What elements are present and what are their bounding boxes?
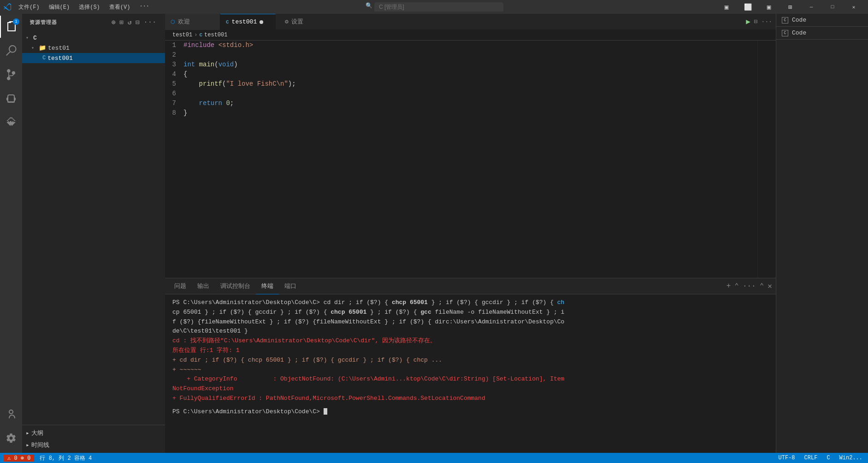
- tab-settings[interactable]: ⚙ 设置: [279, 18, 309, 26]
- code-icon-2: C: [782, 30, 788, 36]
- collapse-all-icon[interactable]: ⊟: [135, 18, 141, 27]
- panel-tab-ports-label: 端口: [284, 282, 296, 290]
- code-content[interactable]: #include <stdio.h> int main(void) { prin…: [183, 41, 757, 278]
- status-eol[interactable]: CRLF: [803, 455, 820, 461]
- code-icon-1: C: [782, 17, 788, 23]
- status-errors[interactable]: ⚠ 0 ⊗ 0: [4, 455, 34, 462]
- activity-item-extensions[interactable]: [0, 111, 22, 134]
- status-encoding[interactable]: UTF-8: [777, 455, 797, 461]
- timeline-label: 时间线: [31, 441, 49, 449]
- tab-test001[interactable]: C test001: [220, 14, 276, 30]
- terminal-error-pos: 所在位置 行:1 字符: 1: [172, 346, 768, 356]
- run-button[interactable]: ▶: [746, 17, 750, 26]
- terminal-content[interactable]: PS C:\Users\Administrator\Desktop\Code\C…: [165, 294, 776, 453]
- sidebar: 资源管理器 ⊕ ⊞ ↺ ⊟ ··· ▾ C ▾ 📁: [22, 14, 165, 453]
- menu-file[interactable]: 文件(F): [15, 2, 43, 12]
- terminal-split-icon[interactable]: ⌃: [734, 281, 739, 291]
- menu-selection[interactable]: 选择(S): [75, 2, 104, 12]
- panel-tab-ports[interactable]: 端口: [279, 278, 302, 294]
- panel-collapse-icon[interactable]: ⌃: [760, 281, 764, 291]
- code-line-5: printf("I love FishC\n");: [183, 79, 757, 89]
- minimize-button[interactable]: —: [801, 0, 822, 14]
- layout-editor-toggle[interactable]: ▣: [758, 0, 779, 14]
- tree-folder-test01[interactable]: ▾ 📁 test01: [22, 43, 165, 53]
- code-line-2: [183, 50, 757, 60]
- activity-bar-bottom: [0, 403, 22, 453]
- layout-sidebar-toggle[interactable]: ▣: [716, 0, 737, 14]
- outline-section[interactable]: ▸ 大纲: [22, 427, 165, 439]
- status-position[interactable]: 行 8, 列 2 容格 4: [38, 454, 94, 462]
- timeline-arrow: ▸: [26, 441, 30, 449]
- more-actions-tab-icon[interactable]: ···: [762, 18, 772, 25]
- tree-file-test001[interactable]: C test001: [22, 53, 165, 63]
- layout-customize[interactable]: ⊞: [779, 0, 801, 14]
- panel-tab-debug-label: 调试控制台: [220, 282, 250, 290]
- editor-area: ⬡ 欢迎 C test001 ⚙ 设置 ▶ ⊟ ···: [165, 14, 776, 453]
- panel-tab-terminal[interactable]: 终端: [256, 278, 279, 294]
- layout-panel-toggle[interactable]: ⬜: [737, 0, 758, 14]
- activity-item-explorer[interactable]: 1: [0, 16, 22, 38]
- breadcrumb-file[interactable]: test001: [204, 32, 227, 38]
- outline-label: 大纲: [31, 429, 43, 437]
- split-editor-icon[interactable]: ⊟: [754, 18, 758, 25]
- activity-item-debug[interactable]: [0, 88, 22, 110]
- c-tab-icon: C: [226, 19, 229, 25]
- new-terminal-icon[interactable]: +: [726, 282, 731, 290]
- activity-item-scm[interactable]: [0, 64, 22, 86]
- right-panel-label-2: Code: [792, 29, 806, 36]
- menu-more[interactable]: ···: [136, 2, 153, 12]
- code-line-7: return 0;: [183, 99, 757, 108]
- new-folder-icon[interactable]: ⊞: [118, 18, 124, 27]
- terminal-prompt[interactable]: PS C:\Users\Administrator\Desktop\Code\C…: [172, 407, 768, 417]
- main-layout: 1: [0, 14, 868, 453]
- terminal-blank: [172, 404, 768, 407]
- status-platform[interactable]: Win2...: [838, 455, 864, 461]
- code-line-4: {: [183, 70, 757, 79]
- new-file-icon[interactable]: ⊕: [111, 18, 117, 27]
- code-editor[interactable]: 1 2 3 4 5 6 7 8 #include <stdio.h> int m…: [165, 41, 776, 278]
- menu-view[interactable]: 查看(V): [106, 2, 134, 12]
- panel-tab-bar: 问题 输出 调试控制台 终端 端口 +: [165, 278, 776, 294]
- panel-tab-output[interactable]: 输出: [192, 278, 215, 294]
- more-actions-icon[interactable]: ···: [143, 18, 158, 27]
- app-icon: [4, 3, 11, 11]
- line-numbers: 1 2 3 4 5 6 7 8: [165, 41, 183, 278]
- breadcrumb-folder[interactable]: test01: [172, 32, 192, 38]
- right-panel-code-2[interactable]: C Code: [776, 27, 868, 40]
- maximize-button[interactable]: □: [822, 0, 843, 14]
- folder-icon: 📁: [39, 44, 46, 52]
- c-file-icon: C: [42, 55, 46, 61]
- timeline-section[interactable]: ▸ 时间线: [22, 439, 165, 451]
- search-bar: 🔍: [157, 2, 712, 12]
- tab-welcome-label: 欢迎: [178, 18, 190, 26]
- tree-root-c[interactable]: ▾ C: [22, 33, 165, 43]
- tree-arrow-c: ▾: [26, 35, 31, 41]
- panel-tab-debug-console[interactable]: 调试控制台: [215, 278, 256, 294]
- vscode-tab-icon: ⬡: [171, 19, 175, 25]
- title-bar: 文件(F) 编辑(E) 选择(S) 查看(V) ··· 🔍 ▣ ⬜ ▣ ⊞ — …: [0, 0, 868, 14]
- menu-edit[interactable]: 编辑(E): [45, 2, 74, 12]
- close-button[interactable]: ✕: [843, 0, 864, 14]
- activity-item-settings[interactable]: [0, 427, 22, 449]
- panel-tab-problems[interactable]: 问题: [169, 278, 192, 294]
- activity-bar: 1: [0, 14, 22, 453]
- status-language[interactable]: C: [825, 455, 832, 461]
- terminal-cmd-line: PS C:\Users\Administrator\Desktop\Code\C…: [172, 298, 768, 336]
- right-panel-label-1: Code: [792, 17, 806, 23]
- activity-item-search[interactable]: [0, 40, 22, 62]
- panel-more-icon[interactable]: ···: [743, 282, 756, 290]
- panel-close-icon[interactable]: ✕: [768, 281, 772, 291]
- tab-bar-right: ▶ ⊟ ···: [746, 17, 776, 26]
- app-root: 文件(F) 编辑(E) 选择(S) 查看(V) ··· 🔍 ▣ ⬜ ▣ ⊞ — …: [0, 0, 868, 463]
- tab-bar: ⬡ 欢迎 C test001 ⚙ 设置 ▶ ⊟ ···: [165, 14, 776, 30]
- activity-item-account[interactable]: [0, 403, 22, 425]
- status-bar: ⚠ 0 ⊗ 0 行 8, 列 2 容格 4 UTF-8 CRLF C Win2.…: [0, 453, 868, 463]
- right-panel-code-1[interactable]: C Code: [776, 14, 868, 27]
- tree-label-test01: test01: [48, 45, 70, 52]
- settings-icon: ⚙: [285, 18, 289, 25]
- search-input[interactable]: [374, 2, 503, 12]
- refresh-icon[interactable]: ↺: [127, 18, 133, 27]
- tab-welcome[interactable]: ⬡ 欢迎: [165, 14, 220, 30]
- breadcrumb-sep: ›: [194, 32, 197, 38]
- panel-tab-problems-label: 问题: [174, 282, 186, 290]
